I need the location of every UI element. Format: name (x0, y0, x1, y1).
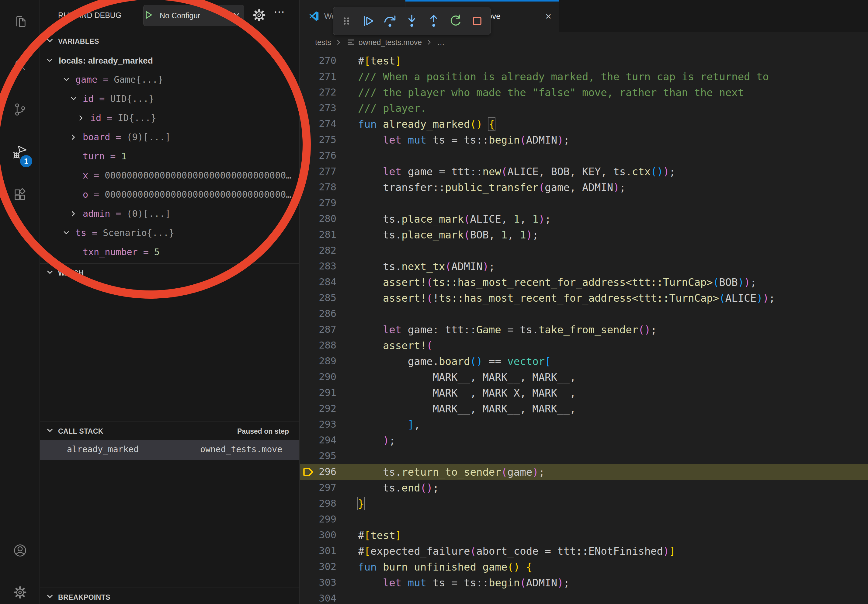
line-number[interactable]: 304 (306, 592, 336, 604)
variable-row-ts[interactable]: ts = Scenario{...} (40, 223, 299, 243)
code-line-302[interactable]: 302fun burn_unfinished_game() { (300, 559, 868, 575)
more-actions-icon[interactable]: ⋯ (274, 5, 285, 18)
restart-button[interactable] (447, 12, 464, 29)
activity-item-extensions[interactable] (0, 180, 40, 210)
line-number[interactable]: 294 (306, 434, 336, 446)
line-number[interactable]: 282 (306, 245, 336, 256)
line-number[interactable]: 284 (306, 276, 336, 288)
line-number[interactable]: 279 (306, 197, 336, 209)
line-number[interactable]: 277 (306, 166, 336, 177)
line-number[interactable]: 272 (306, 87, 336, 98)
line-number[interactable]: 281 (306, 229, 336, 240)
code-line-271[interactable]: 271/// When a position is already marked… (300, 69, 868, 85)
variable-row-id[interactable]: id = ID{...} (40, 108, 299, 128)
line-number[interactable]: 273 (306, 102, 336, 114)
code-line-300[interactable]: 300#[test] (300, 527, 868, 543)
activity-item-settings[interactable] (0, 577, 40, 604)
line-number[interactable]: 303 (306, 577, 336, 588)
line-number[interactable]: 285 (306, 292, 336, 304)
code-line-283[interactable]: 283 ts.next_tx(ADMIN); (300, 259, 868, 274)
line-number[interactable]: 290 (306, 371, 336, 383)
code-line-289[interactable]: 289 game.board() == vector[ (300, 353, 868, 369)
variable-row-o[interactable]: o = 000000000000000000000000000000000… (40, 185, 299, 204)
line-number[interactable]: 292 (306, 403, 336, 414)
breadcrumb-item[interactable]: tests (315, 38, 331, 47)
activity-item-search[interactable] (0, 50, 40, 81)
code-line-282[interactable]: 282 (300, 243, 868, 259)
code-line-303[interactable]: 303 let mut ts = ts::begin(ADMIN); (300, 575, 868, 591)
code-line-288[interactable]: 288 assert!( (300, 338, 868, 353)
line-number[interactable]: 286 (306, 308, 336, 319)
code-line-296[interactable]: 296 ts.return_to_sender(game); (300, 464, 868, 480)
code-line-297[interactable]: 297 ts.end(); (300, 480, 868, 496)
code-line-304[interactable]: 304 (300, 591, 868, 604)
chevron-down-icon[interactable] (69, 94, 78, 105)
code-line-285[interactable]: 285 assert!(!ts::has_most_recent_for_add… (300, 290, 868, 306)
code-line-299[interactable]: 299 (300, 511, 868, 527)
line-number[interactable]: 293 (306, 418, 336, 430)
breadcrumb-item[interactable]: … (437, 38, 445, 47)
step-into-button[interactable] (403, 12, 420, 29)
close-tab-icon[interactable]: × (545, 11, 552, 21)
chevron-right-icon[interactable] (77, 114, 85, 124)
code-line-301[interactable]: 301#[expected_failure(abort_code = ttt::… (300, 543, 868, 559)
code-line-293[interactable]: 293 ], (300, 417, 868, 432)
variable-row-id[interactable]: id = UID{...} (40, 90, 299, 108)
activity-item-run-and-debug[interactable]: 1 (0, 137, 40, 167)
line-number[interactable]: 289 (306, 355, 336, 367)
debug-config-dropdown[interactable]: No Configur (143, 5, 244, 26)
line-number[interactable]: 270 (306, 55, 336, 66)
code-line-280[interactable]: 280 ts.place_mark(ALICE, 1, 1); (300, 211, 868, 227)
code-line-279[interactable]: 279 (300, 195, 868, 211)
chevron-down-icon[interactable] (45, 56, 54, 67)
code-line-292[interactable]: 292 MARK__, MARK__, MARK__, (300, 401, 868, 417)
code-line-276[interactable]: 276 (300, 148, 868, 164)
code-line-295[interactable]: 295 (300, 448, 868, 464)
line-number[interactable]: 280 (306, 213, 336, 225)
line-number[interactable]: 302 (306, 561, 336, 572)
chevron-down-icon[interactable] (62, 76, 71, 86)
line-number[interactable]: 301 (306, 545, 336, 556)
activity-item-explorer[interactable] (0, 6, 40, 37)
line-number[interactable]: 299 (306, 513, 336, 525)
activity-item-source-control[interactable] (0, 94, 40, 125)
variables-scope-row[interactable]: locals: already_marked (40, 51, 299, 70)
stop-button[interactable] (469, 12, 486, 29)
line-number[interactable]: 296 (306, 466, 336, 477)
line-number[interactable]: 276 (306, 150, 336, 161)
code-line-286[interactable]: 286 (300, 306, 868, 322)
call-stack-frame[interactable]: already_markedowned_tests.move (40, 440, 299, 460)
code-editor[interactable]: 270#[test]271/// When a position is alre… (300, 52, 868, 604)
chevron-down-icon[interactable] (62, 229, 71, 239)
line-number[interactable]: 283 (306, 260, 336, 272)
variable-row-x[interactable]: x = 000000000000000000000000000000000… (40, 166, 299, 185)
breadcrumb-item[interactable]: owned_tests.move (358, 38, 422, 47)
line-number[interactable]: 287 (306, 324, 336, 335)
call-stack-section-header[interactable]: CALL STACK Paused on step (40, 423, 299, 440)
activity-item-account[interactable] (0, 535, 40, 566)
code-line-290[interactable]: 290 MARK__, MARK__, MARK__, (300, 369, 868, 385)
code-line-287[interactable]: 287 let game: ttt::Game = ts.take_from_s… (300, 322, 868, 338)
code-line-278[interactable]: 278 transfer::public_transfer(game, ADMI… (300, 180, 868, 195)
line-number[interactable]: 271 (306, 71, 336, 82)
chevron-right-icon[interactable] (69, 209, 78, 220)
variables-section-header[interactable]: VARIABLES (40, 33, 299, 50)
variable-row-txn_number[interactable]: txn_number = 5 (40, 243, 299, 262)
chevron-right-icon[interactable] (69, 133, 78, 144)
line-number[interactable]: 300 (306, 529, 336, 541)
line-number[interactable]: 288 (306, 339, 336, 351)
line-number[interactable]: 278 (306, 181, 336, 193)
line-number[interactable]: 295 (306, 450, 336, 462)
line-number[interactable]: 275 (306, 134, 336, 146)
code-line-294[interactable]: 294 ); (300, 432, 868, 448)
code-line-275[interactable]: 275 let mut ts = ts::begin(ADMIN); (300, 132, 868, 148)
code-line-272[interactable]: 272/// the player who made the "false" m… (300, 85, 868, 101)
line-number[interactable]: 291 (306, 387, 336, 398)
code-line-281[interactable]: 281 ts.place_mark(BOB, 1, 1); (300, 227, 868, 243)
line-number[interactable]: 298 (306, 497, 336, 509)
code-line-273[interactable]: 273/// player. (300, 101, 868, 116)
step-over-button[interactable] (381, 12, 398, 29)
breakpoints-section-header[interactable]: BREAKPOINTS (40, 589, 299, 604)
line-number[interactable]: 274 (306, 118, 336, 130)
variable-row-game[interactable]: game = Game{...} (40, 70, 299, 90)
